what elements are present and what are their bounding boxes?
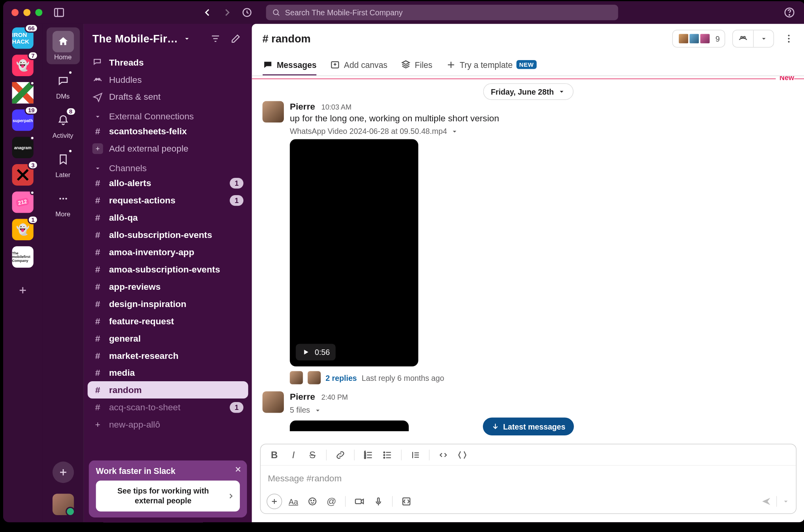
members-button[interactable]: 9 (672, 30, 725, 48)
compose-button[interactable] (228, 31, 243, 46)
link-button[interactable] (333, 447, 348, 462)
reply-count[interactable]: 2 replies (325, 373, 357, 382)
minimize-window-button[interactable] (24, 9, 31, 16)
workspace-switcher[interactable]: The Mobile-Fir… (84, 24, 252, 54)
video-attachment[interactable]: 0:56 (290, 139, 418, 366)
channel-item[interactable]: #app-reviews (84, 278, 252, 295)
channel-item[interactable]: #design-inspiration (84, 295, 252, 312)
latest-messages-button[interactable]: Latest messages (483, 418, 574, 435)
channel-item[interactable]: #media (84, 364, 252, 381)
search-input[interactable]: Search The Mobile-First Company (266, 5, 618, 20)
workspace-tile[interactable]: 3 (12, 164, 34, 186)
section-external[interactable]: External Connections (84, 105, 252, 122)
nav-dms[interactable]: DMs (46, 67, 80, 104)
channel-item[interactable]: #amoa-inventory-app (84, 243, 252, 261)
message-timestamp[interactable]: 2:40 PM (322, 393, 348, 401)
video-clip-button[interactable] (352, 494, 367, 509)
date-chip[interactable]: Friday, June 28th (483, 83, 574, 100)
forward-button[interactable] (221, 7, 232, 18)
reply-meta: Last reply 6 months ago (362, 373, 444, 382)
sidebar-threads[interactable]: Threads (84, 53, 252, 71)
channel-item[interactable]: +new-app-allô (84, 416, 252, 433)
bold-button[interactable]: B (267, 447, 282, 462)
nav-home[interactable]: Home (46, 27, 80, 64)
history-button[interactable] (241, 7, 253, 18)
channel-item[interactable]: #allo-subscription-events (84, 226, 252, 243)
ordered-list-button[interactable]: 123 (361, 447, 376, 462)
strike-button[interactable]: S (305, 447, 320, 462)
workspace-tile[interactable]: superpath19 (12, 110, 34, 131)
channel-item[interactable]: #allô-qa (84, 209, 252, 226)
banner-card[interactable]: See tips for working with external peopl… (96, 480, 240, 512)
channel-settings-button[interactable] (784, 33, 794, 44)
workspace-tile[interactable] (12, 82, 34, 104)
help-button[interactable] (784, 7, 795, 18)
thread-replies[interactable]: 2 replies Last reply 6 months ago (290, 371, 794, 384)
channel-item[interactable]: #amoa-subscription-events (84, 261, 252, 278)
channel-item[interactable]: #acq-scan-to-sheet1 (84, 399, 252, 416)
message-list[interactable]: New Friday, June 28th Pierre 10:03 AM up… (252, 76, 804, 444)
sidebar-drafts[interactable]: Drafts & sent (84, 88, 252, 105)
external-channel[interactable]: # scantosheets-felix (84, 122, 252, 140)
huddle-menu-button[interactable] (753, 30, 773, 47)
workspace-tile[interactable]: 👻7 (12, 55, 34, 76)
tab-template[interactable]: Try a template NEW (446, 53, 537, 75)
workspace-tile[interactable]: 👻1 (12, 219, 34, 240)
add-workspace-button[interactable] (12, 280, 34, 301)
nav-later[interactable]: Later (46, 145, 80, 182)
channel-item[interactable]: #request-actions1 (84, 192, 252, 209)
emoji-button[interactable] (305, 494, 320, 509)
nav-more[interactable]: More (46, 185, 80, 221)
audio-clip-button[interactable] (371, 494, 386, 509)
banner-close-button[interactable] (234, 465, 242, 473)
sidebar-toggle-icon[interactable] (53, 7, 65, 18)
channel-sidebar: The Mobile-Fir… Threads Huddles Drafts & (84, 24, 252, 523)
message-avatar[interactable] (263, 391, 284, 413)
message-timestamp[interactable]: 10:03 AM (322, 103, 352, 111)
tab-files[interactable]: Files (400, 53, 432, 75)
italic-button[interactable]: I (286, 447, 301, 462)
sidebar-huddles[interactable]: Huddles (84, 71, 252, 88)
attach-button[interactable] (267, 494, 282, 509)
huddle-button[interactable] (733, 30, 753, 47)
create-new-button[interactable] (52, 462, 74, 483)
close-window-button[interactable] (11, 9, 18, 16)
attachment-header[interactable]: WhatsApp Video 2024-06-28 at 09.50.48.mp… (290, 127, 794, 136)
channel-item[interactable]: #random (88, 381, 248, 399)
send-menu-button[interactable] (782, 497, 790, 506)
add-external-people[interactable]: + Add external people (84, 140, 252, 157)
code-button[interactable] (435, 447, 451, 462)
filter-button[interactable] (208, 31, 223, 46)
workspace-tile[interactable]: IRON HACK66 (12, 27, 34, 49)
blockquote-button[interactable] (407, 447, 423, 462)
channel-item[interactable]: #market-research (84, 347, 252, 364)
nav-activity[interactable]: 8 Activity (46, 106, 80, 143)
message-author[interactable]: Pierre (290, 391, 315, 402)
shortcuts-button[interactable] (398, 494, 414, 509)
channel-title[interactable]: # random (263, 33, 311, 45)
section-channels[interactable]: Channels (84, 157, 252, 174)
sidebar-drafts-label: Drafts & sent (109, 91, 161, 102)
composer-input[interactable]: Message #random (261, 466, 796, 490)
send-button[interactable] (761, 496, 771, 506)
back-button[interactable] (202, 7, 214, 18)
user-avatar[interactable] (52, 494, 74, 515)
format-toggle-button[interactable]: Aa (286, 494, 301, 509)
channel-item[interactable]: #feature-request (84, 312, 252, 329)
attachment-header[interactable]: 5 files (290, 406, 794, 415)
tab-canvas[interactable]: Add canvas (330, 53, 387, 75)
video-play-bar[interactable]: 0:56 (296, 344, 336, 360)
video-attachment-peek[interactable] (290, 420, 409, 431)
bullet-list-button[interactable] (380, 447, 395, 462)
message-avatar[interactable] (263, 101, 284, 123)
tab-messages[interactable]: Messages (263, 53, 317, 75)
channel-item[interactable]: #general (84, 329, 252, 347)
message-author[interactable]: Pierre (290, 101, 315, 112)
codeblock-button[interactable] (455, 447, 470, 462)
workspace-tile[interactable]: The mobilefirst Company (12, 246, 34, 268)
mention-button[interactable]: @ (324, 494, 339, 509)
maximize-window-button[interactable] (35, 9, 42, 16)
channel-item[interactable]: #allo-alerts1 (84, 174, 252, 192)
workspace-tile[interactable]: anagram (12, 137, 34, 158)
workspace-tile[interactable]: 212 (12, 192, 34, 213)
